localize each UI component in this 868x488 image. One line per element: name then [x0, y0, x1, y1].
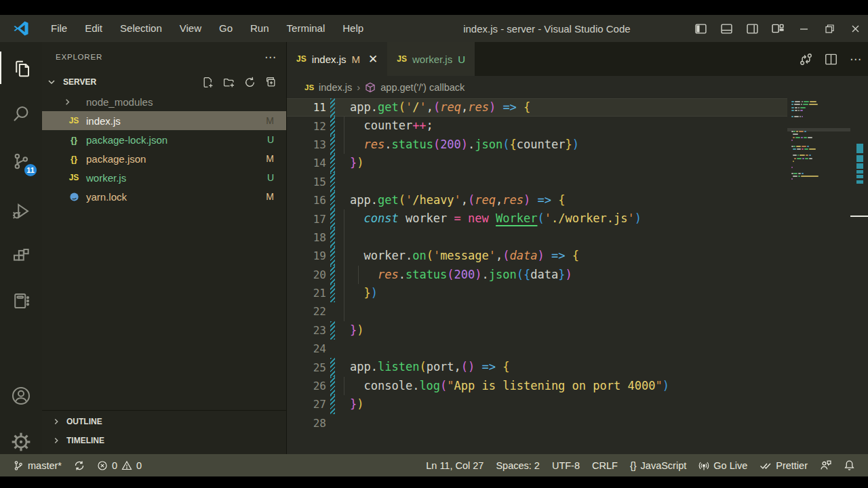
token: ) [461, 138, 468, 151]
overview-ruler[interactable] [850, 98, 868, 454]
indentation[interactable]: Spaces: 2 [490, 460, 546, 471]
menu-selection[interactable]: Selection [111, 15, 171, 42]
customize-layout-icon[interactable] [765, 15, 791, 42]
eol-sequence[interactable]: CRLF [586, 460, 624, 471]
code-line-24[interactable]: 24 [287, 340, 787, 358]
breadcrumb-symbol[interactable]: app.get('/') callback [380, 82, 465, 93]
file-row-package-lock.json[interactable]: {}package-lock.jsonU [42, 130, 286, 149]
sync-changes-button[interactable] [68, 454, 91, 476]
new-folder-icon[interactable] [223, 77, 235, 88]
token: status [391, 138, 433, 151]
menu-help[interactable]: Help [334, 15, 372, 42]
token: port [427, 360, 454, 373]
toggle-sidebar-icon[interactable] [688, 15, 713, 42]
source-control-icon[interactable]: 11 [0, 145, 42, 178]
restore-button[interactable] [816, 15, 842, 42]
line-number: 12 [287, 120, 326, 133]
code-line-11[interactable]: 11app.get('/',(req,res) => { [287, 98, 787, 117]
timeline-section[interactable]: TIMELINE [42, 431, 286, 450]
token: app [350, 100, 371, 114]
file-row-yarn.lock[interactable]: yarn.lockM [42, 187, 286, 206]
menu-run[interactable]: Run [241, 15, 278, 42]
toggle-secondary-sidebar-icon[interactable] [739, 15, 765, 42]
token: { [558, 193, 565, 207]
menu-file[interactable]: File [42, 15, 76, 42]
minimap-line [794, 158, 796, 159]
close-tab-icon[interactable]: ✕ [368, 52, 378, 66]
refresh-icon[interactable] [244, 77, 256, 88]
settings-gear-icon[interactable] [0, 426, 42, 458]
collapse-all-icon[interactable] [265, 77, 277, 88]
code-line-26[interactable]: 26 console.log("App is listening on port… [287, 377, 787, 395]
indent-guide [344, 284, 344, 302]
token: const [363, 211, 398, 225]
code-line-16[interactable]: 16app.get('/heavy',(req,res) => { [287, 191, 787, 209]
token: , [461, 100, 468, 114]
menu-edit[interactable]: Edit [76, 15, 111, 42]
code-line-25[interactable]: 25app.listen(port,() => { [287, 358, 787, 376]
language-mode[interactable]: {}JavaScript [624, 460, 692, 471]
code-line-22[interactable]: 22 [287, 302, 787, 321]
code-text: const worker = new Worker('./worker.js') [335, 209, 787, 228]
token: . [399, 268, 406, 281]
open-changes-icon[interactable] [800, 53, 812, 66]
outline-section[interactable]: OUTLINE [42, 412, 286, 431]
code-line-12[interactable]: 12 counter++; [287, 117, 787, 135]
minimap-line [793, 137, 795, 138]
notebook-icon[interactable] [0, 285, 42, 317]
file-row-index.js[interactable]: JSindex.jsM [42, 111, 286, 130]
minimap-line [808, 137, 812, 138]
token: data [510, 249, 538, 262]
code-line-18[interactable]: 18 [287, 228, 787, 247]
run-and-debug-icon[interactable] [0, 195, 42, 228]
split-editor-icon[interactable] [825, 53, 837, 66]
go-live-button[interactable]: Go Live [692, 460, 753, 471]
vscode-logo-icon[interactable] [0, 20, 42, 37]
token: ' [545, 211, 551, 225]
code-line-17[interactable]: 17 const worker = new Worker('./worker.j… [287, 209, 787, 228]
minimize-button[interactable] [791, 15, 816, 42]
folder-section-header[interactable]: SERVER [42, 72, 286, 92]
toggle-panel-icon[interactable] [713, 15, 739, 42]
code-line-27[interactable]: 27}) [287, 395, 787, 413]
feedback-icon[interactable] [814, 460, 837, 471]
problems-indicator[interactable]: 0 0 [91, 454, 148, 476]
cursor-position[interactable]: Ln 11, Col 27 [420, 460, 490, 471]
code-line-28[interactable]: 28 [287, 414, 787, 432]
explorer-icon[interactable] [0, 52, 42, 84]
code-line-23[interactable]: 23}) [287, 321, 787, 340]
new-file-icon[interactable] [202, 77, 214, 88]
code-line-14[interactable]: 14}) [287, 154, 787, 172]
explorer-more-actions-icon[interactable]: ⋯ [264, 50, 277, 64]
file-row-node_modules[interactable]: node_modules [42, 92, 286, 111]
line-number: 17 [287, 213, 326, 226]
code-line-20[interactable]: 20 res.status(200).json({data}) [287, 266, 787, 284]
menu-view[interactable]: View [171, 15, 210, 42]
tab-index.js[interactable]: JSindex.jsM✕ [287, 42, 387, 76]
menu-go[interactable]: Go [210, 15, 241, 42]
editor-more-actions-icon[interactable]: ⋯ [850, 52, 861, 66]
tab-worker.js[interactable]: JSworker.jsU [387, 42, 475, 76]
code-line-15[interactable]: 15 [287, 173, 787, 191]
menu-terminal[interactable]: Terminal [278, 15, 334, 42]
encoding[interactable]: UTF-8 [546, 460, 586, 471]
modified-line-marker [330, 136, 335, 154]
close-button[interactable] [842, 15, 868, 42]
breadcrumb-file[interactable]: index.js [319, 82, 352, 93]
code-line-13[interactable]: 13 res.status(200).json({counter}) [287, 136, 787, 154]
account-icon[interactable] [0, 380, 42, 412]
token: App is listening on port 4000 [454, 379, 656, 392]
prettier-button[interactable]: Prettier [753, 460, 814, 471]
code-line-21[interactable]: 21 }) [287, 284, 787, 302]
search-icon[interactable] [0, 98, 42, 130]
file-row-worker.js[interactable]: JSworker.jsU [42, 168, 286, 187]
minimap[interactable] [787, 98, 850, 454]
code-editor[interactable]: 11app.get('/',(req,res) => {12 counter++… [287, 98, 787, 454]
line-number: 25 [287, 361, 326, 374]
file-row-package.json[interactable]: {}package.jsonM [42, 149, 286, 168]
token [496, 100, 502, 114]
code-line-19[interactable]: 19 worker.on('message',(data) => { [287, 247, 787, 265]
extensions-icon[interactable] [0, 240, 42, 272]
notifications-bell-icon[interactable] [837, 460, 861, 471]
branch-indicator[interactable]: master* [7, 454, 68, 476]
